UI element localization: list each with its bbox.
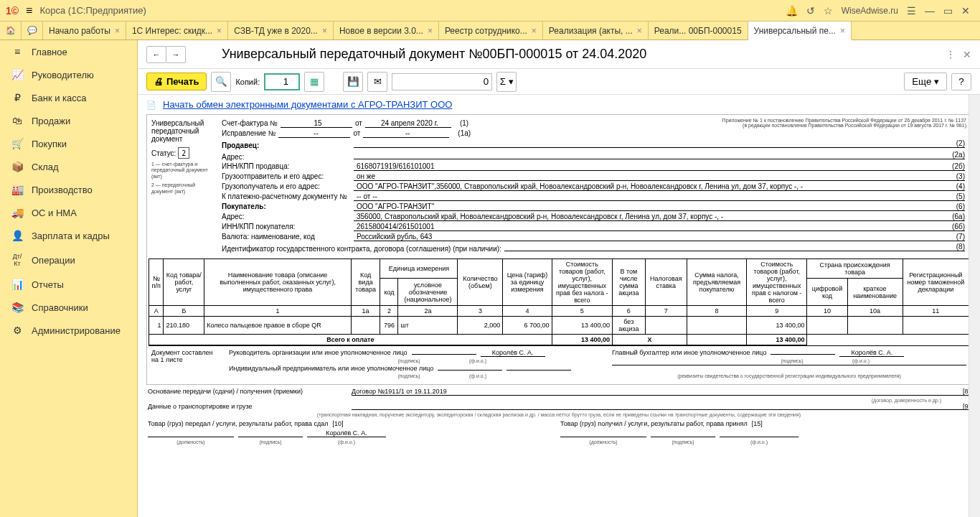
number-input[interactable] <box>392 73 492 90</box>
scrollbar[interactable] <box>969 95 980 517</box>
edo-link-row: 📄 Начать обмен электронными документами … <box>138 95 980 114</box>
close-window-icon[interactable]: ✕ <box>961 5 970 17</box>
sidebar-item-warehouse[interactable]: 📦Склад <box>0 155 137 178</box>
person-icon: 👤 <box>10 230 24 241</box>
sidebar-item-manager[interactable]: 📈Руководителю <box>0 63 137 86</box>
sum-button[interactable]: Σ ▾ <box>496 72 517 92</box>
menu-icon: ≡ <box>10 46 24 57</box>
site-label: WiseAdwise.ru <box>842 6 898 16</box>
copies-label: Копий: <box>235 78 260 86</box>
tab-3[interactable]: Новое в версии 3.0...× <box>334 22 439 39</box>
help-button[interactable]: ? <box>951 73 971 90</box>
tab-0[interactable]: Начало работы× <box>43 22 126 39</box>
sidebar-item-admin[interactable]: ⚙Администрирование <box>0 319 137 342</box>
minimize-icon[interactable]: — <box>925 5 935 17</box>
title-bar: 1© ≡ Корса (1С:Предприятие) 🔔 ↺ ☆ WiseAd… <box>0 0 980 22</box>
content-area: ← → Универсальный передаточный документ … <box>138 40 980 517</box>
print-button[interactable]: 🖨Печать <box>146 73 207 90</box>
home-button[interactable]: 🏠 <box>0 22 22 39</box>
sidebar-item-hr[interactable]: 👤Зарплата и кадры <box>0 224 137 247</box>
chat-button[interactable]: 💬 <box>22 22 43 39</box>
email-button[interactable]: ✉ <box>367 72 387 92</box>
close-icon[interactable]: × <box>115 26 120 36</box>
close-icon[interactable]: × <box>428 26 433 36</box>
save-button[interactable]: 💾 <box>343 72 363 92</box>
toolbar: 🖨Печать 🔍 Копий: ▦ 💾 ✉ Σ ▾ Еще ▾ ? <box>138 69 980 95</box>
tab-1[interactable]: 1С Интерес: скидк...× <box>126 22 228 39</box>
close-icon[interactable]: × <box>322 26 327 36</box>
tab-2[interactable]: СЗВ-ТД уже в 2020...× <box>228 22 334 39</box>
close-icon[interactable]: × <box>637 26 642 36</box>
sidebar-item-bank[interactable]: ₽Банк и касса <box>0 86 137 109</box>
hamburger-icon[interactable]: ≡ <box>26 4 32 17</box>
edo-link[interactable]: Начать обмен электронными документами с … <box>163 99 452 110</box>
document-icon: 📄 <box>146 101 156 109</box>
page-header: ← → Универсальный передаточный документ … <box>138 40 980 69</box>
tab-4[interactable]: Реестр сотруднико...× <box>439 22 543 39</box>
bell-icon[interactable]: 🔔 <box>786 5 798 17</box>
sidebar-item-assets[interactable]: 🚚ОС и НМА <box>0 201 137 224</box>
box-icon: 📦 <box>10 161 24 172</box>
copies-input[interactable] <box>264 73 300 90</box>
page-title: Универсальный передаточный документ №00Б… <box>222 47 646 62</box>
close-icon[interactable]: × <box>217 26 222 36</box>
logo-1c: 1© <box>6 5 19 17</box>
document-box: Универсальный передаточный документ Стат… <box>146 114 971 385</box>
sidebar-item-purchases[interactable]: 🛒Покупки <box>0 132 137 155</box>
bag-icon: 🛍 <box>10 115 24 126</box>
star-icon[interactable]: ☆ <box>824 5 833 17</box>
doc-lower: Основание передачи (сдачи) / получения (… <box>146 385 971 450</box>
sidebar-item-production[interactable]: 🏭Производство <box>0 178 137 201</box>
bars-icon: 📊 <box>10 279 24 290</box>
signatures: Документ составлен на 1 листе Руководите… <box>149 345 969 383</box>
app-title: Корса (1С:Предприятие) <box>39 5 146 16</box>
ruble-icon: ₽ <box>10 92 24 103</box>
close-icon[interactable]: × <box>840 26 845 36</box>
export-excel-button[interactable]: ▦ <box>304 72 324 92</box>
forward-button[interactable]: → <box>166 46 186 63</box>
status-box[interactable]: 2 <box>178 147 189 159</box>
cart-icon: 🛒 <box>10 138 24 149</box>
close-page-icon[interactable]: ✕ <box>963 49 971 60</box>
sidebar: ≡Главное 📈Руководителю ₽Банк и касса 🛍Пр… <box>0 40 138 517</box>
sidebar-item-sales[interactable]: 🛍Продажи <box>0 109 137 132</box>
books-icon: 📚 <box>10 302 24 313</box>
sidebar-item-operations[interactable]: Дт/КтОперации <box>0 247 137 273</box>
tab-6[interactable]: Реали... 00БП-000015 <box>649 22 748 39</box>
chart-icon: 📈 <box>10 69 24 80</box>
history-icon[interactable]: ↺ <box>806 5 815 17</box>
printer-icon: 🖨 <box>154 76 164 87</box>
doc-type-label: Универсальный передаточный документ <box>151 119 209 143</box>
maximize-icon[interactable]: ▭ <box>943 5 953 17</box>
factory-icon: 🏭 <box>10 184 24 195</box>
settings-bars-icon[interactable]: ☰ <box>907 5 916 17</box>
table-row[interactable]: 1 210.180 Колесо пальцевое правое в сбор… <box>149 317 969 335</box>
tab-row: 🏠 💬 Начало работы× 1С Интерес: скидк...×… <box>0 22 980 40</box>
tab-7[interactable]: Универсальный пе...× <box>748 22 852 40</box>
preview-button[interactable]: 🔍 <box>211 72 231 92</box>
sidebar-item-main[interactable]: ≡Главное <box>0 40 137 63</box>
back-button[interactable]: ← <box>146 46 166 63</box>
tab-5[interactable]: Реализация (акты, ...× <box>543 22 649 39</box>
truck-icon: 🚚 <box>10 207 24 218</box>
sidebar-item-references[interactable]: 📚Справочники <box>0 296 137 319</box>
more-button[interactable]: Еще ▾ <box>904 73 947 90</box>
items-table: № п/п Код товара/ работ, услуг Наименова… <box>149 258 969 345</box>
close-icon[interactable]: × <box>532 26 537 36</box>
gear-icon: ⚙ <box>10 325 24 336</box>
sidebar-item-reports[interactable]: 📊Отчеты <box>0 273 137 296</box>
kebab-icon[interactable]: ⋮ <box>946 49 956 60</box>
dtkt-icon: Дт/Кт <box>10 253 24 267</box>
